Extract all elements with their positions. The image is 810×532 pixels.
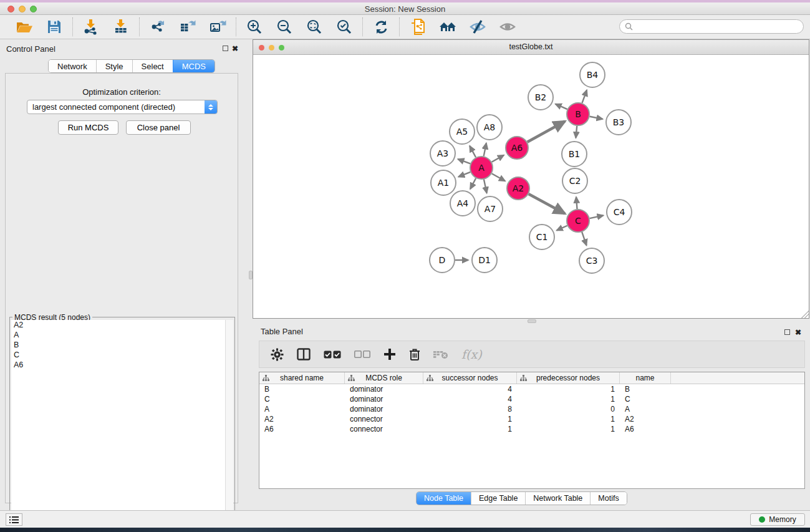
mcds-result-scrollbar[interactable]	[225, 320, 233, 530]
column-header-successor-nodes[interactable]: successor nodes	[423, 372, 517, 384]
graph-node-B[interactable]: B	[567, 103, 589, 125]
cell-predecessor-nodes[interactable]: 0	[517, 404, 620, 414]
open-session-icon[interactable]	[15, 17, 34, 36]
graph-edge-A6-B[interactable]	[528, 122, 565, 142]
graph-node-D1[interactable]: D1	[472, 248, 497, 273]
export-image-icon[interactable]	[208, 17, 227, 36]
cell-name[interactable]: B	[620, 384, 671, 394]
table-row[interactable]: Bdominator41B	[259, 384, 804, 394]
cell-shared-name[interactable]: B	[259, 384, 345, 394]
select-all-checkboxes-icon[interactable]	[324, 346, 341, 362]
task-history-button[interactable]	[6, 513, 22, 526]
graph-edge-C-C1[interactable]	[557, 226, 567, 231]
tab-network-table[interactable]: Network Table	[525, 492, 590, 505]
zoom-out-icon[interactable]	[275, 17, 294, 36]
cell-shared-name[interactable]: A6	[259, 424, 345, 434]
cell-MCDS-role[interactable]: dominator	[345, 384, 423, 394]
first-neighbors-icon[interactable]	[438, 17, 457, 36]
column-header-MCDS-role[interactable]: MCDS role	[345, 372, 423, 384]
table-row[interactable]: Adominator80A	[259, 404, 804, 414]
memory-button[interactable]: Memory	[750, 513, 805, 526]
graph-edge-A-A7[interactable]	[484, 180, 487, 193]
mcds-result-item-b[interactable]: B	[11, 340, 225, 350]
network-window-titlebar[interactable]: testGlobe.txt	[253, 40, 809, 55]
mcds-result-item-a2[interactable]: A2	[11, 320, 225, 330]
cell-shared-name[interactable]: A2	[259, 414, 345, 424]
tab-network[interactable]: Network	[49, 60, 96, 72]
graph-edge-A-A8[interactable]	[484, 143, 486, 156]
graph-edge-C-C4[interactable]	[590, 215, 604, 218]
graph-node-B2[interactable]: B2	[528, 85, 553, 110]
cell-successor-nodes[interactable]: 4	[423, 384, 517, 394]
zoom-selected-icon[interactable]	[335, 17, 354, 36]
graph-node-A5[interactable]: A5	[450, 119, 475, 144]
tab-edge-table[interactable]: Edge Table	[471, 492, 525, 505]
graph-node-D[interactable]: D	[430, 248, 455, 273]
column-header-name[interactable]: name	[620, 372, 671, 384]
graph-edge-C-C2[interactable]	[576, 197, 577, 209]
cell-predecessor-nodes[interactable]: 1	[517, 384, 620, 394]
search-input[interactable]	[636, 22, 792, 31]
cell-name[interactable]: A6	[620, 424, 671, 434]
mcds-result-item-c[interactable]: C	[11, 350, 225, 360]
graph-node-A8[interactable]: A8	[477, 115, 502, 140]
cell-MCDS-role[interactable]: dominator	[345, 404, 423, 414]
graph-node-C2[interactable]: C2	[562, 168, 587, 193]
cell-shared-name[interactable]: A	[259, 404, 345, 414]
graph-node-A[interactable]: A	[470, 157, 493, 179]
function-builder-icon[interactable]: f(x)	[461, 346, 482, 362]
cell-MCDS-role[interactable]: connector	[345, 424, 423, 434]
delete-table-icon[interactable]	[433, 346, 448, 362]
mcds-result-item-a[interactable]: A	[11, 330, 225, 340]
cell-predecessor-nodes[interactable]: 1	[517, 394, 620, 404]
graph-edge-A-A5[interactable]	[470, 146, 476, 157]
table-row[interactable]: A2connector11A2	[259, 414, 804, 424]
cell-name[interactable]: A2	[620, 414, 671, 424]
table-row[interactable]: Cdominator41C	[259, 394, 804, 404]
graph-edge-B-B2[interactable]	[556, 104, 567, 110]
cell-MCDS-role[interactable]: dominator	[345, 394, 423, 404]
criterion-dropdown[interactable]: largest connected component (directed)	[27, 100, 218, 114]
graph-node-A4[interactable]: A4	[450, 191, 475, 216]
settings-gear-icon[interactable]	[271, 346, 284, 362]
control-panel-close-icon[interactable]: ✖	[232, 44, 238, 53]
import-table-icon[interactable]	[112, 17, 130, 36]
column-view-icon[interactable]	[297, 346, 311, 362]
graph-edge-A-A1[interactable]	[458, 172, 470, 177]
graph-node-A6[interactable]: A6	[506, 137, 528, 159]
table-panel-close-icon[interactable]: ✖	[795, 328, 801, 337]
network-vertical-scroll-thumb[interactable]	[249, 271, 253, 279]
add-column-icon[interactable]	[383, 346, 396, 362]
tab-node-table[interactable]: Node Table	[417, 492, 471, 505]
graph-node-A3[interactable]: A3	[430, 141, 455, 166]
cell-name[interactable]: A	[620, 404, 671, 414]
search-field[interactable]	[619, 19, 804, 34]
export-table-icon[interactable]	[178, 17, 197, 36]
cell-successor-nodes[interactable]: 4	[423, 394, 517, 404]
hide-selected-icon[interactable]	[468, 17, 487, 36]
save-session-icon[interactable]	[45, 17, 64, 36]
cell-successor-nodes[interactable]: 1	[423, 424, 517, 434]
tab-motifs[interactable]: Motifs	[590, 492, 626, 505]
graph-node-C4[interactable]: C4	[607, 200, 632, 225]
graph-node-C3[interactable]: C3	[579, 248, 604, 273]
cell-name[interactable]: C	[620, 394, 671, 404]
table-row[interactable]: A6connector11A6	[259, 424, 804, 434]
tab-select[interactable]: Select	[132, 60, 173, 72]
refresh-icon[interactable]	[372, 17, 390, 36]
graph-edge-A-A2[interactable]	[492, 173, 505, 181]
column-header-predecessor-nodes[interactable]: predecessor nodes	[517, 372, 620, 384]
window-resize-grip[interactable]	[801, 311, 809, 318]
close-panel-button[interactable]: Close panel	[126, 120, 191, 135]
zoom-in-icon[interactable]	[245, 17, 264, 36]
cell-predecessor-nodes[interactable]: 1	[517, 414, 620, 424]
graph-edge-A-A6[interactable]	[492, 155, 504, 162]
control-panel-float-icon[interactable]	[223, 44, 228, 53]
column-header-shared-name[interactable]: shared name	[259, 372, 345, 384]
deselect-all-checkboxes-icon[interactable]	[354, 346, 370, 362]
tab-mcds[interactable]: MCDS	[173, 60, 215, 72]
graph-node-B1[interactable]: B1	[562, 142, 587, 167]
graph-edge-B-B4[interactable]	[582, 90, 587, 103]
cell-successor-nodes[interactable]: 1	[423, 414, 517, 424]
graph-edge-B-B3[interactable]	[590, 117, 603, 119]
